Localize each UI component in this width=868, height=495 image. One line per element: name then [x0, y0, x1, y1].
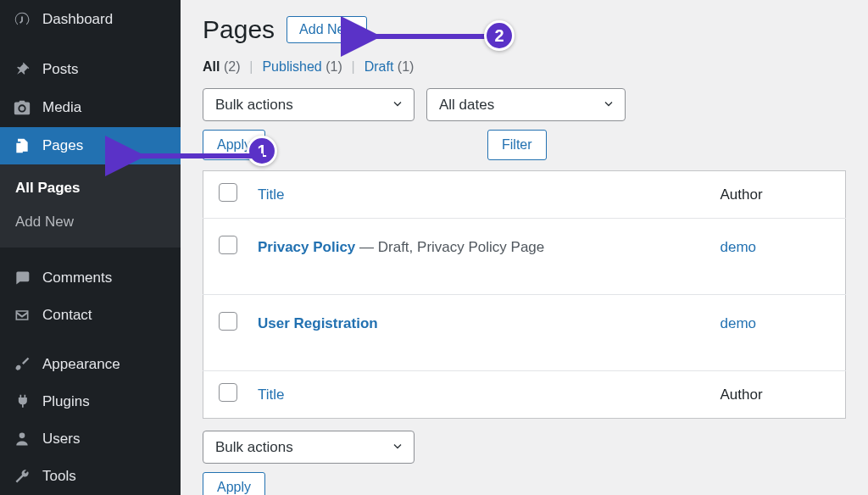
wrench-icon — [12, 468, 32, 485]
post-state: — Draft, Privacy Policy Page — [355, 239, 544, 255]
sidebar-item-label: Contact — [42, 307, 92, 324]
sidebar-subitem-add-new[interactable]: Add New — [0, 205, 181, 239]
sidebar-item-label: Media — [42, 99, 81, 116]
plug-icon — [12, 393, 32, 410]
bulk-actions-select-bottom[interactable]: Bulk actions — [203, 431, 415, 464]
select-all-checkbox-bottom[interactable] — [219, 383, 237, 402]
sidebar-item-label: Plugins — [42, 393, 90, 410]
pin-icon — [12, 61, 32, 78]
column-author-footer[interactable]: Author — [710, 371, 846, 419]
sidebar-item-posts[interactable]: Posts — [0, 51, 181, 88]
sidebar-item-media[interactable]: Media — [0, 88, 181, 127]
filter-button[interactable]: Filter — [487, 130, 547, 160]
select-all-checkbox[interactable] — [219, 183, 237, 202]
row-checkbox[interactable] — [219, 312, 237, 331]
status-filter-draft[interactable]: Draft (1) — [364, 59, 415, 74]
sidebar-subitem-all-pages[interactable]: All Pages — [0, 171, 181, 205]
stack-icon — [12, 137, 32, 154]
sidebar-item-plugins[interactable]: Plugins — [0, 383, 181, 420]
admin-sidebar: Dashboard Posts Media Pages All Pages Ad… — [0, 0, 181, 495]
chat-icon — [12, 270, 32, 286]
sidebar-item-contact[interactable]: Contact — [0, 297, 181, 334]
sidebar-item-label: Pages — [42, 137, 83, 154]
status-filter-links: All (2) | Published (1) | Draft (1) — [203, 59, 846, 75]
sidebar-item-label: Posts — [42, 61, 79, 78]
sidebar-item-label: Tools — [42, 468, 76, 485]
status-filter-all[interactable]: All (2) — [203, 59, 244, 74]
user-icon — [12, 431, 32, 448]
sidebar-item-dashboard[interactable]: Dashboard — [0, 0, 181, 39]
sidebar-submenu: All Pages Add New — [0, 164, 181, 248]
sidebar-item-tools[interactable]: Tools — [0, 458, 181, 495]
sidebar-item-label: Comments — [42, 270, 112, 286]
sidebar-item-pages[interactable]: Pages — [0, 127, 181, 164]
main-content: Pages Add New All (2) | Published (1) | … — [181, 0, 868, 495]
row-checkbox[interactable] — [219, 236, 237, 254]
row-author-link[interactable]: demo — [710, 219, 846, 295]
sidebar-item-label: Appearance — [42, 356, 120, 373]
apply-button-bottom[interactable]: Apply — [203, 472, 265, 495]
sidebar-item-appearance[interactable]: Appearance — [0, 346, 181, 383]
table-row: Privacy Policy — Draft, Privacy Policy P… — [203, 219, 846, 295]
brush-icon — [12, 356, 32, 373]
add-new-button[interactable]: Add New — [287, 16, 367, 43]
column-title[interactable]: Title — [248, 171, 710, 219]
sidebar-item-users[interactable]: Users — [0, 420, 181, 458]
column-author[interactable]: Author — [710, 171, 846, 219]
gauge-icon — [12, 10, 32, 29]
bulk-actions-select[interactable]: Bulk actions — [203, 88, 415, 121]
row-author-link[interactable]: demo — [710, 295, 846, 371]
sidebar-item-label: Users — [42, 431, 80, 448]
date-filter-select[interactable]: All dates — [426, 88, 626, 121]
column-title-footer[interactable]: Title — [248, 371, 710, 419]
apply-button[interactable]: Apply — [203, 130, 265, 160]
table-row: User Registration demo — [203, 295, 846, 371]
sidebar-item-comments[interactable]: Comments — [0, 259, 181, 297]
row-title-link[interactable]: User Registration — [258, 315, 378, 331]
row-title-link[interactable]: Privacy Policy — [258, 239, 355, 255]
sidebar-item-label: Dashboard — [42, 11, 113, 28]
page-title: Pages — [203, 15, 275, 44]
mail-icon — [12, 307, 32, 324]
status-filter-published[interactable]: Published (1) — [262, 59, 346, 74]
camera-icon — [12, 98, 32, 117]
pages-table: Title Author Privacy Policy — Draft, Pri… — [203, 170, 846, 419]
